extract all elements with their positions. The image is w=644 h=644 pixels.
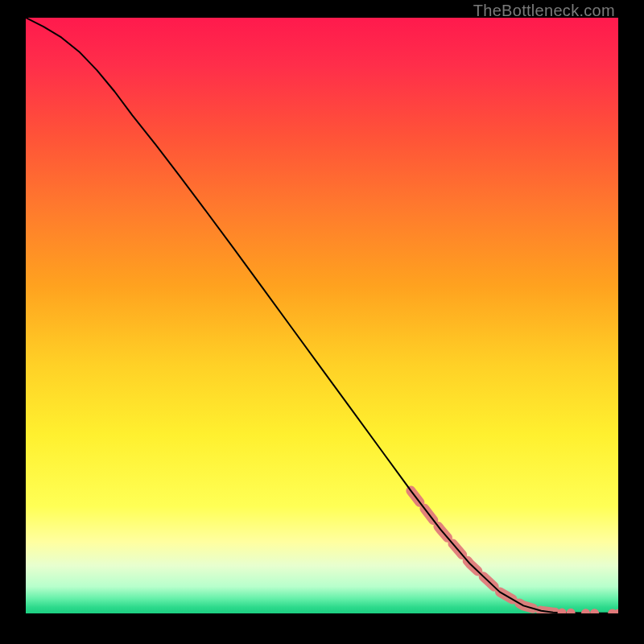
chart-svg <box>26 18 618 613</box>
gradient-background <box>26 18 618 613</box>
chart-stage: TheBottleneck.com <box>0 0 644 644</box>
plot-area <box>26 18 618 613</box>
